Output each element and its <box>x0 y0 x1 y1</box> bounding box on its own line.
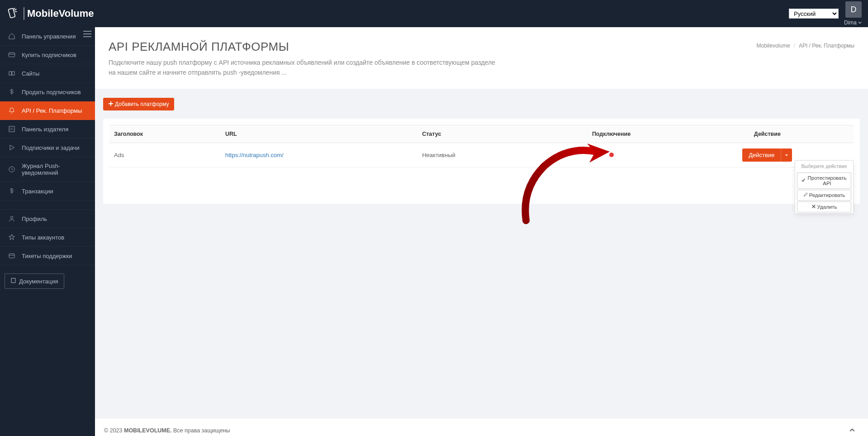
svg-rect-11 <box>11 278 15 283</box>
sidebar-item-label: API / Рек. Платформы <box>22 107 82 114</box>
sidebar-item-label: Профиль <box>22 216 47 222</box>
sidebar-item-label: Транзакции <box>22 188 53 195</box>
check-icon <box>801 178 806 183</box>
breadcrumb-current: API / Рек. Платформы <box>799 43 854 49</box>
scroll-top-button[interactable] <box>845 424 859 436</box>
sidebar-item-label: Продать подписчиков <box>22 89 81 96</box>
edit-icon <box>803 192 808 198</box>
language-select[interactable]: Русский <box>789 9 839 19</box>
action-button-group: Действие <box>742 149 792 162</box>
close-icon <box>811 204 816 210</box>
clock-icon <box>8 166 15 173</box>
sidebar-item-subs-tasks[interactable]: Подписчики и задачи <box>0 139 95 157</box>
page-subtitle: Подключите нашу push платформу с API ист… <box>109 57 498 78</box>
user-icon <box>8 215 15 222</box>
dollar-icon <box>8 187 15 195</box>
main-content: API РЕКЛАМНОЙ ПЛАТФОРМЫ Подключите нашу … <box>95 0 868 418</box>
sites-icon <box>8 70 15 77</box>
cell-title: Ads <box>109 143 221 167</box>
add-button-label: Добавить платформу <box>115 101 169 107</box>
footer-rights: Все права защищены <box>172 427 230 434</box>
sidebar-item-label: Тикеты поддержки <box>22 253 72 259</box>
footer-brand: MOBILEVOLUME. <box>124 427 172 434</box>
sidebar-item-buy-subs[interactable]: Купить подписчиков <box>0 46 95 64</box>
svg-rect-4 <box>9 72 11 75</box>
action-dropdown: Выберите действие Протестировать API Ред… <box>795 160 854 214</box>
page-title: API РЕКЛАМНОЙ ПЛАТФОРМЫ <box>109 40 498 54</box>
sidebar-item-sites[interactable]: Сайты <box>0 64 95 83</box>
add-platform-button[interactable]: Добавить платформу <box>103 98 174 110</box>
svg-rect-9 <box>9 254 14 258</box>
app-header: MobileVolume Русский D Dima <box>0 0 868 27</box>
col-title: Заголовок <box>109 125 221 143</box>
col-connection: Подключение <box>541 125 681 143</box>
sidebar-item-account-types[interactable]: Типы аккаунтов <box>0 228 95 247</box>
cell-url: https://nutrapush.com/ <box>221 143 417 167</box>
user-menu[interactable]: Dima <box>844 19 862 26</box>
username-label: Dima <box>844 19 857 26</box>
avatar[interactable]: D <box>845 1 862 18</box>
dollar-icon <box>8 88 15 96</box>
home-icon <box>8 33 15 40</box>
documentation-button[interactable]: Документация <box>5 273 64 289</box>
action-button[interactable]: Действие <box>742 149 781 162</box>
logo[interactable]: MobileVolume <box>6 7 94 20</box>
breadcrumb-root[interactable]: Mobilevolume <box>757 43 790 49</box>
footer-text: © 2023 MOBILEVOLUME. Все права защищены <box>104 427 230 434</box>
play-icon <box>8 144 15 151</box>
platform-url-link[interactable]: https://nutrapush.com/ <box>225 152 284 158</box>
sidebar-item-label: Типы аккаунтов <box>22 234 64 241</box>
dropdown-item-test[interactable]: Протестировать API <box>797 172 851 189</box>
cell-status: Неактивный <box>417 143 541 167</box>
sidebar-item-api[interactable]: API / Рек. Платформы <box>0 101 95 120</box>
caret-down-icon <box>785 152 788 158</box>
footer-copyright: © 2023 <box>104 427 124 434</box>
action-dropdown-toggle[interactable] <box>781 149 792 162</box>
chevron-down-icon <box>858 19 862 26</box>
doc-icon <box>10 278 16 285</box>
sidebar-item-publisher[interactable]: Панель издателя <box>0 120 95 139</box>
dropdown-item-edit[interactable]: Редактировать <box>797 190 851 201</box>
star-icon <box>8 234 15 241</box>
col-action: Действие <box>681 125 854 143</box>
brand-text: MobileVolume <box>27 8 94 19</box>
status-dot-red <box>609 153 614 157</box>
page-header: API РЕКЛАМНОЙ ПЛАТФОРМЫ Подключите нашу … <box>95 27 868 89</box>
sidebar-item-transactions[interactable]: Транзакции <box>0 182 95 201</box>
dropdown-item-delete[interactable]: Удалить <box>797 201 851 212</box>
sidebar-item-label: Подписчики и задачи <box>22 144 80 151</box>
plus-icon <box>109 101 113 107</box>
svg-rect-0 <box>8 8 15 18</box>
sidebar-item-sell-subs[interactable]: Продать подписчиков <box>0 83 95 101</box>
card-icon <box>8 51 15 58</box>
cell-connection <box>541 143 681 167</box>
sidebar-item-push-log[interactable]: Журнал Push-уведомлений <box>0 157 95 182</box>
bell-icon <box>8 107 15 114</box>
dropdown-header: Выберите действие <box>795 161 853 172</box>
ticket-icon <box>8 252 15 259</box>
dropdown-item-label: Редактировать <box>809 192 845 198</box>
footer: © 2023 MOBILEVOLUME. Все права защищены <box>95 418 868 436</box>
dropdown-item-label: Протестировать API <box>807 175 847 186</box>
menu-toggle-icon[interactable] <box>83 31 91 39</box>
platforms-table: Заголовок URL Статус Подключение Действи… <box>109 125 854 168</box>
sidebar-item-profile[interactable]: Профиль <box>0 210 95 228</box>
cell-action: Действие Выберите действие Протестироват… <box>681 143 854 167</box>
sidebar-item-label: Купить подписчиков <box>22 52 76 58</box>
table-row: Ads https://nutrapush.com/ Неактивный Де… <box>109 143 854 167</box>
content-area: Добавить платформу Заголовок URL Статус … <box>95 89 868 213</box>
sidebar-item-tickets[interactable]: Тикеты поддержки <box>0 247 95 265</box>
sidebar-item-label: Сайты <box>22 70 39 77</box>
chevron-up-icon <box>849 427 855 435</box>
svg-rect-2 <box>9 53 14 57</box>
sidebar-item-dashboard[interactable]: Панель управления <box>0 27 95 46</box>
breadcrumb: Mobilevolume / API / Рек. Платформы <box>757 43 854 49</box>
sidebar-item-label: Панель издателя <box>22 126 68 133</box>
sidebar: Панель управления Купить подписчиков Сай… <box>0 27 95 436</box>
doc-button-label: Документация <box>19 278 58 285</box>
svg-rect-5 <box>12 72 14 75</box>
platforms-table-card: Заголовок URL Статус Подключение Действи… <box>103 119 860 204</box>
dropdown-item-label: Удалить <box>817 204 837 210</box>
col-status: Статус <box>417 125 541 143</box>
sidebar-item-label: Панель управления <box>22 33 76 40</box>
